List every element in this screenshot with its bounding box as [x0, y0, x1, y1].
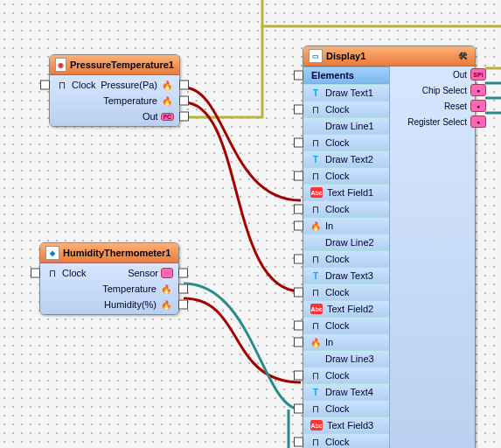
text-field-icon: [310, 304, 323, 314]
node-humidity-thermometer[interactable]: ◆ HumidityThermometer1 Clock Sensor Temp…: [39, 242, 179, 315]
pin-in[interactable]: [294, 205, 303, 214]
fire-icon: [161, 284, 171, 294]
display-element-header[interactable]: Draw Text1: [303, 84, 389, 101]
i2c-badge: I²C: [161, 113, 174, 121]
port-element-clock[interactable]: Clock: [303, 400, 389, 416]
fire-icon: [162, 95, 172, 106]
port-label: Out: [140, 111, 161, 122]
port-out[interactable]: Out SPI: [390, 66, 475, 82]
display-element-header[interactable]: Text Field2: [303, 300, 389, 317]
port-label: Clock: [323, 403, 352, 414]
port-temperature-out[interactable]: Temperature: [50, 93, 179, 108]
pin-in[interactable]: [294, 438, 303, 447]
node-title[interactable]: ▭ Display1: [303, 46, 475, 66]
port-label: Clock: [323, 204, 352, 214]
node-pressure-temperature[interactable]: ◉ PressureTemperature1 Clock Pressure(Pa…: [49, 54, 180, 127]
pin-out[interactable]: [179, 80, 189, 90]
port-pressure-out[interactable]: Pressure(Pa): [50, 77, 179, 93]
display-icon: ▭: [309, 49, 323, 63]
pin-in[interactable]: [294, 255, 303, 264]
port-label: Clock: [323, 370, 352, 381]
port-label: Clock: [323, 320, 352, 331]
line-icon: [310, 121, 321, 131]
port-label: Register Select: [405, 117, 470, 127]
port-sensor-out[interactable]: Sensor: [40, 265, 178, 281]
clock-icon: [310, 171, 321, 181]
clock-icon: [310, 287, 321, 298]
port-register-select[interactable]: Register Select ●: [390, 114, 475, 130]
pin-in[interactable]: [40, 80, 50, 90]
display-element-header[interactable]: Draw Text4: [303, 383, 389, 400]
pin-in[interactable]: [31, 269, 40, 278]
port-element-clock[interactable]: Clock: [303, 284, 389, 300]
pin-in[interactable]: [294, 404, 303, 414]
port-bus-out[interactable]: Out I²C: [50, 108, 179, 124]
pin-in[interactable]: [294, 172, 303, 181]
port-label: Clock: [323, 104, 352, 115]
port-temperature-out[interactable]: Temperature: [40, 281, 178, 297]
pin-in[interactable]: [294, 105, 303, 115]
pin-in[interactable]: [294, 371, 303, 381]
port-chip-select[interactable]: Chip Select ●: [390, 82, 475, 98]
line-icon: [310, 354, 321, 364]
pin-in[interactable]: [294, 321, 303, 331]
port-element-in[interactable]: In: [303, 333, 389, 350]
port-element-clock[interactable]: Clock: [303, 367, 389, 383]
node-title[interactable]: ◆ HumidityThermometer1: [40, 243, 178, 263]
clock-icon: [310, 204, 321, 214]
port-element-clock[interactable]: Clock: [303, 167, 389, 184]
display-element-header[interactable]: Draw Text3: [303, 267, 389, 284]
port-element-clock[interactable]: Clock: [303, 101, 389, 117]
pin-out[interactable]: [178, 269, 188, 278]
port-element-clock[interactable]: Clock: [303, 250, 389, 267]
clock-icon: [310, 104, 321, 115]
fire-icon: [310, 220, 321, 231]
port-element-clock[interactable]: Clock: [303, 134, 389, 150]
port-label: Reset: [442, 102, 470, 111]
port-element-clock[interactable]: Clock: [303, 200, 389, 217]
port-label: Out: [450, 70, 470, 80]
port-label: Clock: [323, 437, 352, 447]
spi-badge: SPI: [470, 68, 486, 80]
node-title[interactable]: ◉ PressureTemperature1: [50, 55, 179, 75]
pin-in[interactable]: [294, 288, 303, 298]
node-title-text: Display1: [326, 51, 452, 61]
display-element-header[interactable]: Draw Line1: [303, 117, 389, 134]
pin-out[interactable]: [178, 300, 188, 310]
pin-badge: ●: [470, 116, 486, 128]
port-reset[interactable]: Reset ●: [390, 98, 475, 114]
fire-icon: [162, 80, 172, 90]
text-icon: [310, 154, 321, 164]
display-element-header[interactable]: Draw Line3: [303, 350, 389, 367]
port-element-clock[interactable]: Clock: [303, 433, 389, 448]
wrench-icon[interactable]: [457, 51, 468, 61]
clock-icon: [310, 254, 321, 264]
display-element-header[interactable]: Text Field1: [303, 184, 389, 200]
port-element-in[interactable]: In: [303, 217, 389, 234]
elements-header[interactable]: Elements: [303, 66, 389, 84]
clock-icon: [310, 437, 321, 447]
node-display[interactable]: ▭ Display1 Elements Draw Text1ClockDraw …: [303, 46, 476, 448]
display-element-header[interactable]: Draw Line2: [303, 234, 389, 250]
element-name: Draw Line1: [323, 121, 377, 131]
text-field-icon: [310, 187, 323, 198]
diagram-canvas[interactable]: ◉ PressureTemperature1 Clock Pressure(Pa…: [0, 0, 501, 448]
display-element-header[interactable]: Draw Text2: [303, 150, 389, 167]
port-label: In: [323, 220, 336, 231]
pin-in[interactable]: [294, 221, 303, 231]
pin-out[interactable]: [179, 112, 189, 122]
pin-in[interactable]: [294, 138, 303, 148]
display-elements-panel: Elements Draw Text1ClockDraw Line1ClockD…: [303, 66, 390, 448]
pin-in[interactable]: [294, 338, 303, 347]
text-icon: [310, 88, 321, 98]
port-humidity-out[interactable]: Humidity(%): [40, 297, 178, 312]
fire-icon: [310, 337, 321, 347]
display-element-header[interactable]: Text Field3: [303, 416, 389, 433]
pin-in[interactable]: [294, 71, 303, 80]
port-label: In: [323, 337, 336, 347]
thermometer-icon: ◆: [45, 246, 59, 260]
pin-out[interactable]: [179, 96, 189, 106]
pin-out[interactable]: [178, 284, 188, 294]
port-element-clock[interactable]: Clock: [303, 317, 389, 333]
text-icon: [310, 387, 321, 397]
